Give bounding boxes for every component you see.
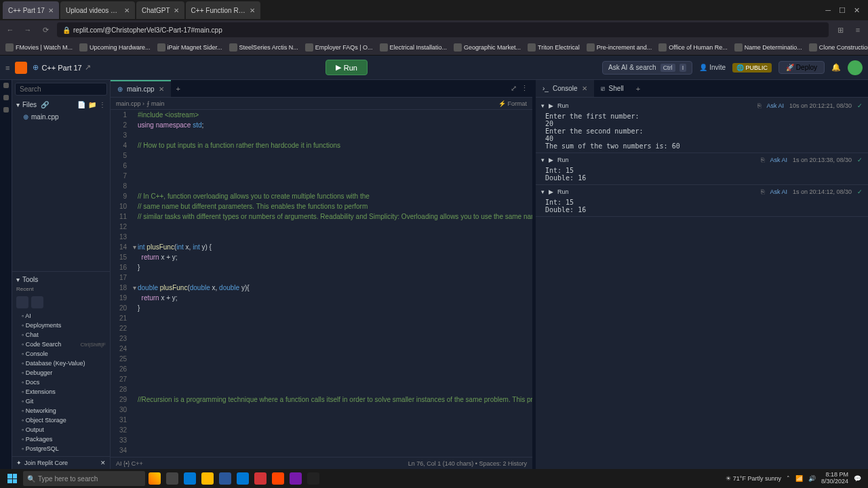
external-link-icon[interactable]: ↗ (85, 63, 91, 72)
tool-item[interactable]: ◦ Chat (12, 330, 110, 340)
search-input[interactable] (15, 83, 107, 96)
tool-item[interactable]: ◦ AI (12, 311, 110, 321)
bookmark-item[interactable]: Employer FAQs | O... (302, 43, 376, 52)
code-line[interactable]: 32 (111, 425, 532, 435)
new-file-icon[interactable]: 📄 (77, 101, 85, 108)
code-line[interactable]: 16} (111, 262, 532, 272)
bookmark-item[interactable]: SteelSeries Arctis N... (226, 43, 301, 52)
code-line[interactable]: 3 (111, 130, 532, 140)
bookmark-item[interactable]: Upcoming Hardware... (77, 43, 153, 52)
code-line[interactable]: 4// How to put inputs in a function rath… (111, 140, 532, 150)
tool-item[interactable]: ◦ Code SearchCtrl|Shift|F (12, 340, 110, 349)
browser-tab[interactable]: C++ Part 17✕ (3, 1, 59, 19)
tool-item[interactable]: ◦ Database (Key-Value) (12, 359, 110, 368)
tools-header[interactable]: ▾ Tools (12, 274, 110, 285)
minimize-icon[interactable]: ─ (825, 6, 831, 15)
close-icon[interactable]: ✕ (250, 7, 255, 14)
ask-ai-link[interactable]: Ask AI (766, 102, 784, 109)
notifications-icon[interactable]: 🔔 (831, 63, 841, 72)
reload-icon[interactable]: ⟳ (39, 26, 52, 35)
code-line[interactable]: 21 (111, 313, 532, 323)
code-line[interactable]: 9// In C++, function overloading allows … (111, 191, 532, 201)
tool-item[interactable]: ◦ Debugger (12, 368, 110, 378)
tool-item[interactable]: ◦ Git (12, 396, 110, 406)
copy-icon[interactable]: ⎘ (757, 102, 761, 109)
code-line[interactable]: 30 (111, 405, 532, 415)
bookmark-item[interactable]: Clone Construction (806, 43, 868, 52)
forward-icon[interactable]: → (22, 26, 34, 34)
format-button[interactable]: ⚡ Format (498, 100, 527, 107)
code-line[interactable]: 13 (111, 232, 532, 242)
invite-button[interactable]: 👤 Invite (699, 64, 726, 71)
bookmark-item[interactable]: Name Determinatio... (732, 43, 805, 52)
chevron-down-icon[interactable]: ▾ (541, 102, 545, 109)
chevron-down-icon[interactable]: ▾ (541, 188, 545, 195)
file-item-main[interactable]: ⊕ main.cpp (12, 111, 110, 123)
rail-item[interactable] (3, 107, 9, 113)
bookmark-item[interactable]: Office of Human Re... (656, 43, 730, 52)
code-line[interactable]: 6 (111, 161, 532, 171)
add-tab-button[interactable]: + (171, 85, 186, 93)
extensions-icon[interactable]: ⊞ (834, 26, 846, 35)
code-line[interactable]: 20} (111, 303, 532, 313)
ask-ai-link[interactable]: Ask AI (770, 188, 787, 195)
new-folder-icon[interactable]: 📁 (88, 101, 96, 108)
files-header[interactable]: ▾ Files 🔗 📄 📁 ⋮ (12, 98, 110, 111)
more-icon[interactable]: ⋮ (521, 84, 528, 93)
url-field[interactable]: 🔒 replit.com/@ChristopherVel3/C-Part-17#… (57, 22, 829, 37)
repl-name[interactable]: ⊕ C++ Part 17 ↗ (33, 63, 90, 72)
code-editor[interactable]: 1#include <iostream>2using namespace std… (111, 110, 532, 457)
code-line[interactable]: 25 (111, 354, 532, 364)
code-line[interactable]: 10// same name but different parameters.… (111, 201, 532, 211)
code-line[interactable]: 18▾double plusFunc(double x, double y){ (111, 283, 532, 293)
code-line[interactable]: 22 (111, 323, 532, 333)
close-icon[interactable]: ✕ (174, 7, 179, 14)
visibility-badge[interactable]: 🌐 PUBLIC (732, 63, 772, 73)
browser-tab[interactable]: ChatGPT✕ (136, 1, 184, 19)
recent-tool-icon[interactable] (16, 296, 28, 308)
close-icon[interactable]: ✕ (100, 460, 106, 466)
code-line[interactable]: 24 (111, 344, 532, 354)
copy-icon[interactable]: ⎘ (761, 157, 764, 163)
bookmark-item[interactable]: Geographic Market... (451, 43, 524, 52)
editor-tab-main[interactable]: ⊕ main.cpp ✕ (111, 80, 171, 97)
code-line[interactable]: 28 (111, 384, 532, 394)
code-line[interactable]: 31 (111, 415, 532, 425)
code-line[interactable]: 7 (111, 171, 532, 181)
menu-icon[interactable]: ≡ (852, 26, 864, 34)
close-icon[interactable]: ✕ (159, 85, 164, 93)
close-icon[interactable]: ✕ (854, 6, 860, 15)
code-line[interactable]: 1#include <iostream> (111, 110, 532, 120)
code-line[interactable]: 19 return x + y; (111, 293, 532, 303)
bookmark-item[interactable]: Triton Electrical (525, 43, 583, 52)
chevron-down-icon[interactable]: ▾ (541, 157, 545, 163)
close-icon[interactable]: ✕ (124, 7, 130, 14)
recent-tool-icon[interactable] (31, 296, 43, 308)
rail-item[interactable] (3, 83, 9, 88)
expand-icon[interactable]: ⤢ (511, 84, 517, 93)
code-line[interactable]: 2using namespace std; (111, 120, 532, 130)
ask-ai-link[interactable]: Ask AI (770, 157, 787, 163)
code-line[interactable]: 17 (111, 272, 532, 283)
tool-item[interactable]: ◦ Extensions (12, 387, 110, 396)
code-line[interactable]: 11// similar tasks with different types … (111, 211, 532, 222)
run-button[interactable]: ▶ Run (326, 60, 368, 75)
close-icon[interactable]: ✕ (582, 85, 587, 92)
tool-item[interactable]: ◦ Networking (12, 406, 110, 415)
console-tab[interactable]: ›_ Console ✕ (536, 80, 594, 97)
menu-icon[interactable]: ≡ (5, 64, 9, 72)
deploy-button[interactable]: 🚀 Deploy (778, 61, 825, 74)
copy-icon[interactable]: ⎘ (761, 188, 764, 195)
code-line[interactable]: 8 (111, 181, 532, 191)
code-line[interactable]: 27 (111, 374, 532, 384)
code-line[interactable]: 5 (111, 150, 532, 161)
code-line[interactable]: 34 (111, 445, 532, 455)
bookmark-item[interactable]: FMovies | Watch M... (3, 43, 75, 52)
join-replit-core[interactable]: ✦ Join Replit Core ✕ (12, 456, 110, 469)
tool-item[interactable]: ◦ Console (12, 349, 110, 359)
bookmark-item[interactable]: Electrical Installatio... (377, 43, 450, 52)
tool-item[interactable]: ◦ Output (12, 425, 110, 434)
maximize-icon[interactable]: ☐ (839, 6, 846, 15)
close-icon[interactable]: ✕ (48, 7, 54, 14)
shell-tab[interactable]: ⎚ Shell (594, 80, 631, 97)
